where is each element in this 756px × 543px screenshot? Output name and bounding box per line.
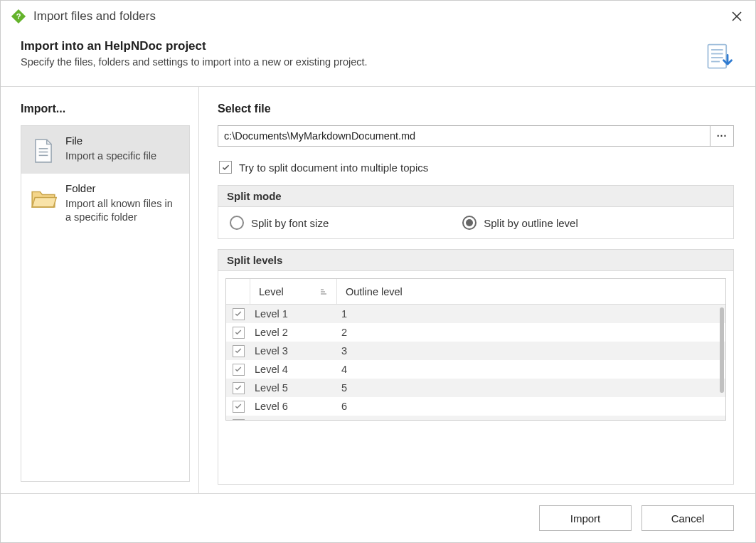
checkmark-icon [234, 365, 243, 374]
sort-ascending-icon [319, 288, 328, 295]
column-header-check[interactable] [226, 279, 250, 304]
sidebar-list: File Import a specific file Folder Impor… [21, 125, 190, 482]
row-checkbox[interactable] [233, 419, 245, 421]
sidebar-item-title: File [65, 135, 156, 148]
row-level-cell: Level 6 [250, 401, 337, 412]
titlebar: ? Import files and folders [1, 1, 755, 33]
split-levels-table: Level Outline level [225, 278, 726, 421]
header: Import into an HelpNDoc project Specify … [1, 33, 755, 86]
dialog-footer: Import Cancel [1, 493, 755, 542]
table-row[interactable]: Level 22 [226, 323, 725, 342]
split-levels-heading: Split levels [218, 250, 733, 271]
split-document-label: Try to split document into multiple topi… [239, 162, 428, 174]
file-icon [30, 137, 57, 164]
sidebar-item-file[interactable]: File Import a specific file [21, 126, 189, 174]
dialog-window: ? Import files and folders Import into a… [0, 0, 756, 543]
table-row[interactable]: Level 66 [226, 397, 725, 416]
close-icon [731, 11, 742, 22]
dialog-body: Import... File Import a specific file [1, 86, 755, 493]
split-levels-group: Split levels Level [218, 249, 734, 485]
main-panel: Select file ··· Try to split document in… [199, 87, 755, 493]
checkmark-icon [234, 347, 243, 355]
row-checkbox-cell[interactable] [226, 401, 250, 413]
row-checkbox[interactable] [233, 382, 245, 394]
ellipsis-icon: ··· [717, 130, 728, 142]
checkmark-icon [221, 163, 230, 172]
row-outline-cell: 4 [337, 364, 725, 375]
row-checkbox[interactable] [233, 327, 245, 339]
svg-rect-4 [708, 45, 727, 68]
column-header-level[interactable]: Level [250, 279, 337, 304]
sidebar-heading: Import... [21, 102, 190, 115]
column-header-outline[interactable]: Outline level [337, 279, 725, 304]
row-outline-cell: 3 [337, 345, 725, 357]
split-document-option[interactable]: Try to split document into multiple topi… [219, 161, 734, 174]
row-outline-cell: 1 [337, 308, 725, 320]
table-row[interactable]: Level 33 [226, 342, 725, 360]
row-checkbox[interactable] [233, 345, 245, 357]
checkmark-icon [234, 384, 243, 392]
row-checkbox[interactable] [233, 308, 245, 320]
folder-icon [30, 185, 57, 212]
row-checkbox-cell[interactable] [226, 327, 250, 339]
row-level-cell: Level 7 [250, 419, 337, 421]
row-outline-cell: 6 [337, 401, 725, 412]
row-level-cell: Level 4 [250, 364, 337, 375]
document-import-icon [704, 42, 735, 73]
select-file-heading: Select file [218, 102, 734, 115]
row-outline-cell: 5 [337, 382, 725, 394]
row-checkbox-cell[interactable] [226, 308, 250, 320]
import-button[interactable]: Import [539, 505, 632, 531]
table-body[interactable]: Level 11Level 22Level 33Level 44Level 55… [226, 305, 725, 421]
close-button[interactable] [728, 8, 745, 25]
sidebar-item-folder[interactable]: Folder Import all known files in a speci… [21, 174, 189, 233]
svg-text:?: ? [16, 12, 21, 21]
row-checkbox[interactable] [233, 401, 245, 413]
row-checkbox-cell[interactable] [226, 382, 250, 394]
sidebar-item-title: Folder [65, 182, 181, 196]
row-checkbox-cell[interactable] [226, 419, 250, 421]
window-title: Import files and folders [33, 9, 728, 23]
sidebar-item-desc: Import a specific file [65, 150, 156, 162]
row-level-cell: Level 3 [250, 345, 337, 357]
browse-button[interactable]: ··· [710, 125, 734, 147]
table-row[interactable]: Level 55 [226, 379, 725, 397]
table-row[interactable]: Level 11 [226, 305, 725, 323]
checkmark-icon [234, 310, 243, 318]
checkmark-icon [234, 328, 243, 337]
row-outline-cell: 7 [337, 419, 725, 421]
scrollbar[interactable] [720, 307, 724, 393]
sidebar: Import... File Import a specific file [1, 87, 198, 493]
column-header-label: Outline level [346, 286, 403, 297]
row-level-cell: Level 5 [250, 382, 337, 394]
radio-button[interactable] [462, 216, 477, 230]
file-path-input[interactable] [218, 125, 710, 147]
split-document-checkbox[interactable] [219, 161, 232, 174]
radio-label: Split by font size [251, 217, 329, 229]
app-icon: ? [11, 9, 26, 24]
table-row[interactable]: Level 77 [226, 416, 725, 421]
row-checkbox-cell[interactable] [226, 364, 250, 376]
split-mode-group: Split mode Split by font size Split by o… [218, 185, 734, 239]
radio-label: Split by outline level [484, 217, 578, 229]
header-heading: Import into an HelpNDoc project [21, 39, 693, 53]
sidebar-item-desc: Import all known files in a specific fol… [65, 198, 173, 223]
split-mode-heading: Split mode [218, 186, 733, 207]
row-checkbox[interactable] [233, 364, 245, 376]
checkmark-icon [234, 402, 243, 411]
row-level-cell: Level 1 [250, 308, 337, 320]
row-outline-cell: 2 [337, 327, 725, 338]
table-header-row: Level Outline level [226, 279, 725, 305]
split-by-outline-level-option[interactable]: Split by outline level [462, 216, 578, 230]
file-path-row: ··· [218, 125, 734, 147]
radio-button[interactable] [230, 216, 244, 230]
row-level-cell: Level 2 [250, 327, 337, 338]
cancel-button[interactable]: Cancel [641, 505, 734, 531]
row-checkbox-cell[interactable] [226, 345, 250, 357]
header-subtitle: Specify the files, folders and settings … [21, 56, 693, 68]
table-row[interactable]: Level 44 [226, 360, 725, 379]
split-by-font-size-option[interactable]: Split by font size [230, 216, 329, 230]
column-header-label: Level [259, 286, 284, 297]
